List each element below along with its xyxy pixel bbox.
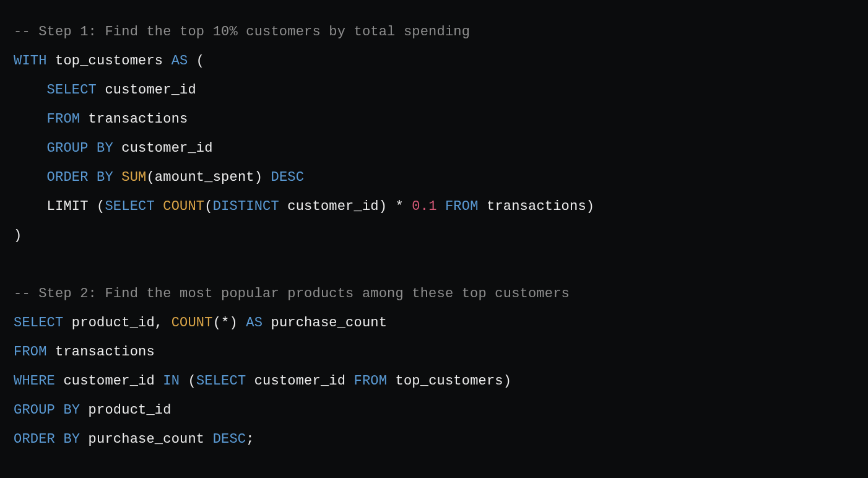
code-token: ( — [188, 53, 204, 69]
code-token: IN — [163, 373, 180, 389]
code-token: FROM — [354, 373, 388, 389]
code-token: GROUP BY — [14, 402, 80, 418]
code-line: -- Step 1: Find the top 10% customers by… — [14, 24, 470, 40]
code-line: ORDER BY SUM(amount_spent) DESC — [14, 170, 304, 185]
code-token: transactions) — [479, 199, 595, 214]
code-line: WHERE customer_id IN (SELECT customer_id… — [14, 373, 511, 389]
code-token — [437, 199, 445, 214]
code-token: DESC — [213, 432, 246, 447]
code-line: SELECT customer_id — [14, 82, 196, 98]
code-token: WITH — [14, 53, 47, 69]
code-token: SUM — [121, 170, 146, 185]
code-line: GROUP BY customer_id — [14, 141, 213, 156]
code-token: FROM — [14, 344, 47, 360]
code-token: SELECT — [14, 315, 63, 331]
code-token: ORDER BY — [47, 170, 113, 185]
code-line: ORDER BY purchase_count DESC; — [14, 432, 254, 447]
code-token: DISTINCT — [213, 199, 279, 214]
code-token — [14, 141, 47, 156]
code-token — [155, 199, 163, 214]
code-token: 0.1 — [412, 199, 436, 214]
code-token: customer_id) * — [279, 199, 412, 214]
code-token: ORDER BY — [14, 432, 80, 447]
code-token: transactions — [80, 111, 188, 127]
code-token: top_customers — [47, 53, 171, 69]
code-token: GROUP BY — [47, 141, 113, 156]
code-token: -- Step 2: Find the most popular product… — [14, 286, 570, 302]
code-token: -- Step 1: Find the top 10% customers by… — [14, 24, 470, 40]
code-line: FROM transactions — [14, 344, 155, 360]
code-token: purchase_count — [263, 315, 387, 331]
sql-code-block[interactable]: -- Step 1: Find the top 10% customers by… — [0, 0, 868, 471]
code-line: GROUP BY product_id — [14, 402, 171, 418]
code-token: WHERE — [14, 373, 55, 389]
code-line: WITH top_customers AS ( — [14, 53, 204, 69]
code-token: transactions — [47, 344, 155, 360]
code-token: ) — [14, 228, 22, 243]
code-token — [113, 170, 121, 185]
code-token — [14, 82, 47, 98]
code-token: AS — [171, 53, 188, 69]
code-token: COUNT — [171, 315, 213, 331]
code-token: COUNT — [163, 199, 204, 214]
code-line: LIMIT (SELECT COUNT(DISTINCT customer_id… — [14, 199, 594, 214]
code-token: DESC — [271, 170, 305, 185]
code-token: customer_id — [97, 82, 196, 98]
code-token: purchase_count — [80, 432, 212, 447]
code-token — [14, 170, 47, 185]
code-token: (amount_spent) — [146, 170, 271, 185]
code-token: ; — [246, 432, 254, 447]
code-line: -- Step 2: Find the most popular product… — [14, 286, 570, 302]
code-token: SELECT — [196, 373, 246, 389]
code-token: SELECT — [105, 199, 154, 214]
code-token: customer_id — [246, 373, 354, 389]
code-token: product_id, — [63, 315, 171, 331]
code-token: customer_id — [113, 141, 213, 156]
code-token: ( — [180, 373, 196, 389]
code-token: ( — [204, 199, 212, 214]
code-token: product_id — [80, 402, 171, 418]
code-token — [14, 111, 47, 127]
code-line: SELECT product_id, COUNT(*) AS purchase_… — [14, 315, 387, 331]
code-token: FROM — [445, 199, 479, 214]
code-token: LIMIT ( — [14, 199, 105, 214]
code-line: ) — [14, 228, 22, 243]
code-line: FROM transactions — [14, 111, 188, 127]
code-token: (*) — [213, 315, 246, 331]
code-token: AS — [246, 315, 263, 331]
code-token: top_customers) — [387, 373, 511, 389]
code-token: FROM — [47, 111, 80, 127]
code-token: customer_id — [55, 373, 163, 389]
code-token: SELECT — [47, 82, 97, 98]
